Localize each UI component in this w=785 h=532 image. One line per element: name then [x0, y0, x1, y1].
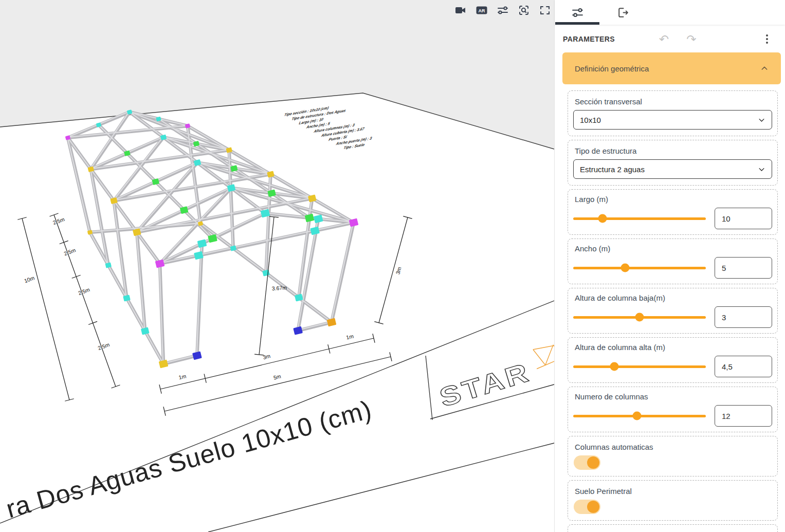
video-camera-icon[interactable]: [453, 3, 467, 17]
kebab-menu-icon[interactable]: [764, 33, 770, 45]
param-value-input[interactable]: 4,5: [715, 356, 772, 377]
select-value: Estructura 2 aguas: [580, 165, 645, 174]
param-value: 3: [722, 313, 726, 322]
param-group-slider: Ancho (m) 5: [568, 239, 778, 284]
viewport-3d[interactable]: 10m2.5m2.5m2.5m2.5m1m3m1m5m3m3.67m Tipo …: [0, 0, 554, 532]
param-group-toggle: Etiquetas tubos: [568, 524, 778, 532]
chevron-down-icon: [758, 166, 765, 173]
param-slider[interactable]: [573, 267, 706, 269]
param-value: 4,5: [722, 362, 733, 371]
param-label: Altura de columna baja(m): [575, 293, 772, 302]
slider-thumb[interactable]: [610, 362, 618, 371]
param-value: 5: [722, 264, 726, 272]
slider-row: 4,5: [573, 356, 772, 377]
panel-tabbar: [555, 0, 785, 25]
history-buttons: ↶ ↷: [659, 33, 697, 45]
redo-arrow-icon[interactable]: ↷: [686, 33, 696, 45]
param-label: Largo (m): [575, 195, 772, 204]
param-group-slider: Altura de columna alta (m) 4,5: [568, 337, 778, 383]
tab-parameters[interactable]: [555, 0, 600, 25]
param-value: 12: [722, 412, 731, 420]
param-value-input[interactable]: 12: [715, 405, 772, 427]
svg-text:3.67m: 3.67m: [271, 284, 287, 291]
toggle-knob: [587, 456, 599, 469]
section-title: Definición geométrica: [575, 64, 649, 73]
param-value-input[interactable]: 3: [715, 306, 772, 328]
param-label: Altura de columna alta (m): [575, 343, 772, 352]
param-value: 10: [722, 214, 731, 223]
param-label: Numero de columnas: [575, 392, 772, 401]
slider-row: 5: [573, 257, 772, 279]
parameter-controls: Sección transversal 10x10Tipo de estruct…: [555, 90, 785, 532]
slider-thumb[interactable]: [635, 313, 644, 322]
panel-header-row: PARAMETERS ↶ ↷: [555, 25, 785, 50]
toggle-knob: [587, 501, 599, 513]
param-label: Tipo de estructura: [575, 146, 772, 155]
param-group-select: Sección transversal 10x10: [568, 90, 778, 136]
slider-thumb[interactable]: [620, 264, 629, 272]
slider-thumb[interactable]: [598, 214, 607, 223]
param-group-slider: Numero de columnas 12: [568, 387, 778, 432]
select-value: 10x10: [580, 116, 601, 124]
param-value-input[interactable]: 5: [715, 257, 772, 279]
param-slider[interactable]: [573, 415, 706, 417]
scene-3d[interactable]: 10m2.5m2.5m2.5m2.5m1m3m1m5m3m3.67m Tipo …: [0, 0, 554, 532]
param-toggle[interactable]: [574, 500, 600, 514]
param-toggle[interactable]: [574, 455, 600, 470]
slider-thumb[interactable]: [632, 412, 641, 420]
param-value-input[interactable]: 10: [715, 208, 772, 229]
param-select[interactable]: 10x10: [573, 110, 772, 130]
param-label: Columnas automaticas: [575, 443, 772, 451]
param-label: Suelo Perimetral: [575, 487, 772, 496]
tab-export[interactable]: [600, 0, 645, 25]
slider-row: 3: [573, 306, 772, 328]
slider-row: 10: [573, 208, 772, 229]
undo-arrow-icon[interactable]: ↶: [659, 33, 669, 45]
param-slider[interactable]: [573, 316, 706, 319]
app: 10m2.5m2.5m2.5m2.5m1m3m1m5m3m3.67m Tipo …: [0, 0, 785, 532]
param-group-slider: Largo (m) 10: [568, 189, 778, 235]
param-label: Sección transversal: [575, 97, 772, 106]
chevron-down-icon: [758, 116, 765, 124]
param-group-slider: Altura de columna baja(m) 3: [568, 288, 778, 334]
tune-icon[interactable]: [496, 3, 509, 17]
param-group-select: Tipo de estructura Estructura 2 aguas: [568, 140, 778, 186]
param-group-toggle: Suelo Perimetral: [568, 480, 778, 521]
param-slider[interactable]: [573, 365, 706, 368]
zoom-scan-icon[interactable]: [517, 3, 531, 17]
slider-row: 12: [573, 405, 772, 427]
param-label: Ancho (m): [575, 244, 772, 253]
viewport-toolbar: AR: [453, 3, 552, 17]
parameters-panel: PARAMETERS ↶ ↷ Definición geométrica Sec…: [554, 0, 785, 532]
param-select[interactable]: Estructura 2 aguas: [573, 159, 772, 179]
param-slider[interactable]: [573, 217, 706, 220]
fullscreen-icon[interactable]: [538, 3, 552, 17]
panel-title: PARAMETERS: [563, 35, 615, 43]
svg-text:AR: AR: [478, 8, 485, 13]
ar-badge-icon[interactable]: AR: [474, 3, 488, 17]
chevron-up-icon: [760, 64, 769, 72]
section-header-definicion-geometrica[interactable]: Definición geométrica: [562, 52, 781, 84]
param-group-toggle: Columnas automaticas: [568, 436, 778, 476]
